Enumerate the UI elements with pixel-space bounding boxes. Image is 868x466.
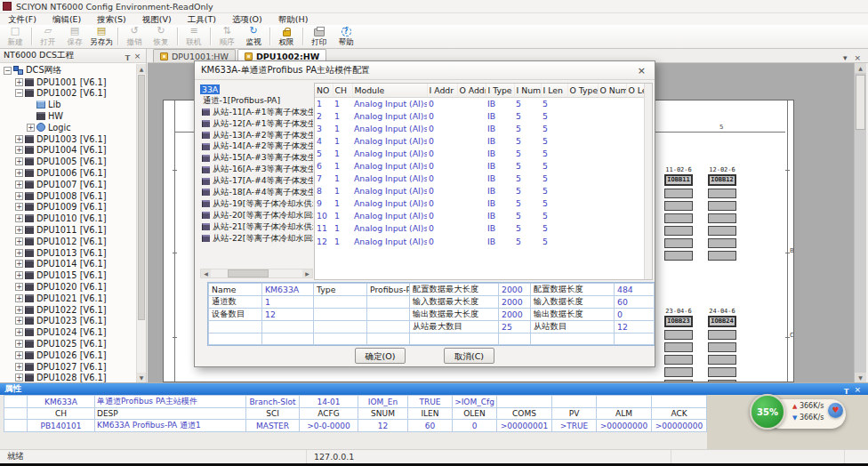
- tree-item-DPU1005[interactable]: +DPU1005 [V6.1]: [0, 156, 136, 167]
- close-panel-icon[interactable]: ×: [851, 385, 864, 394]
- scroll-right-icon[interactable]: ▶: [302, 269, 312, 277]
- dialog-tree-item[interactable]: 从站-16[A-#3等离子体发生器冷却: [200, 164, 313, 175]
- properties-row[interactable]: KM633A单通道Profibus PA主站模件Branch-Slot14-01…: [4, 396, 707, 408]
- expand-plus-icon[interactable]: +: [15, 146, 23, 154]
- tree-item-Logic[interactable]: +Logic: [0, 122, 136, 133]
- table-row[interactable]: 91Analog Input (AI)s...0IB55: [315, 197, 651, 210]
- table-row[interactable]: 121Analog Input (AI)s...0IB55: [315, 235, 651, 247]
- column-header[interactable]: O Num: [598, 84, 626, 97]
- menu-item-5[interactable]: 选项(O): [224, 13, 270, 25]
- expand-plus-icon[interactable]: +: [15, 374, 23, 382]
- tree-item-DPU1012[interactable]: +DPU1012 [V6.1]: [0, 236, 136, 247]
- expand-plus-icon[interactable]: +: [15, 340, 23, 348]
- tree-item-DPU1025[interactable]: +DPU1025 [V6.1]: [0, 338, 136, 350]
- menu-item-2[interactable]: 搜索(S): [89, 13, 133, 25]
- properties-row[interactable]: CHDESPSCIACFGSNUMILENOLENCOMSPVALMACK: [4, 408, 707, 420]
- table-row[interactable]: 111Analog Input (AI)s...0IB55: [315, 222, 651, 235]
- dialog-tree-item[interactable]: 从站-18[A-#4等离子体发生器冷却: [200, 187, 313, 198]
- tree-item-DPU1006[interactable]: +DPU1006 [V6.1]: [0, 167, 136, 179]
- tree-item-DPU1004[interactable]: +DPU1004 [V6.1]: [0, 145, 136, 157]
- tree-item-DPU1026[interactable]: +DPU1026 [V6.1]: [0, 350, 136, 361]
- menu-item-3[interactable]: 视图(V): [134, 13, 180, 25]
- table-row[interactable]: 71Analog Input (AI)s...0IB55: [315, 173, 651, 185]
- rack-module-iobb23[interactable]: IOBB23: [664, 316, 693, 327]
- column-header[interactable]: O Type: [567, 84, 598, 97]
- table-row[interactable]: 101Analog Input (AI)s...0IB55: [315, 210, 651, 222]
- heart-badge-icon[interactable]: ♥: [828, 403, 843, 418]
- expand-plus-icon[interactable]: +: [15, 237, 23, 245]
- scroll-down-icon[interactable]: ▼: [137, 373, 146, 382]
- rack-module-iobb24[interactable]: IOBB24: [708, 316, 736, 327]
- close-panel-icon[interactable]: ×: [133, 52, 142, 60]
- tree-item-DPU1015[interactable]: +DPU1015 [V6.1]: [0, 269, 136, 281]
- pin-icon[interactable]: ┰: [841, 385, 851, 394]
- tree-item-DCS网络[interactable]: −DCS网络: [0, 65, 136, 76]
- tree-item-DPU1013[interactable]: +DPU1013 [V6.1]: [0, 247, 136, 259]
- collapse-minus-icon[interactable]: −: [4, 67, 12, 75]
- expand-plus-icon[interactable]: +: [15, 157, 23, 165]
- expand-plus-icon[interactable]: +: [15, 169, 23, 177]
- column-header[interactable]: CH: [333, 84, 352, 97]
- expand-plus-icon[interactable]: +: [15, 283, 23, 291]
- menu-item-1[interactable]: 编辑(E): [44, 13, 89, 25]
- network-monitor-widget[interactable]: 35% ▲ 366K/s ▼ 366K/s ♥: [750, 394, 849, 431]
- expand-plus-icon[interactable]: +: [15, 306, 23, 314]
- expand-plus-icon[interactable]: +: [15, 271, 23, 279]
- tree-item-Lib[interactable]: Lib: [0, 99, 136, 110]
- 打印-button[interactable]: 打印: [306, 25, 333, 48]
- column-header[interactable]: NO: [315, 84, 333, 97]
- tree-item-DPU1003[interactable]: +DPU1003 [V6.1]: [0, 133, 136, 145]
- dialog-tree-item[interactable]: 从站-15[A-#3等离子体发生器冷却: [200, 152, 313, 164]
- table-row[interactable]: 41Analog Input (AI)s...0IB55: [315, 134, 651, 147]
- dialog-tree-item[interactable]: 从站-22[等离子体冷却水回水母管[: [200, 233, 313, 245]
- tree-item-DPU1011[interactable]: +DPU1011 [V6.1]: [0, 224, 136, 236]
- expand-plus-icon[interactable]: +: [15, 294, 23, 302]
- dialog-tree-hscrollbar[interactable]: ◀ ▶: [200, 269, 313, 278]
- column-header[interactable]: Module: [352, 84, 427, 97]
- table-row[interactable]: 31Analog Input (AI)s...0IB55: [315, 122, 651, 134]
- expand-plus-icon[interactable]: +: [15, 214, 23, 222]
- column-header[interactable]: O Addr: [457, 84, 486, 97]
- dialog-tree-item[interactable]: 33A: [200, 84, 313, 95]
- tree-item-HW[interactable]: HW: [0, 110, 136, 122]
- expand-plus-icon[interactable]: +: [15, 135, 23, 143]
- expand-plus-icon[interactable]: +: [15, 260, 23, 268]
- rack-module-iobb11[interactable]: IOBB11: [664, 174, 693, 186]
- tree-item-DPU1008[interactable]: +DPU1008 [V6.1]: [0, 190, 136, 202]
- dialog-tree-item[interactable]: 从站-20[等离子体冷却水回水母管: [200, 210, 313, 221]
- table-row[interactable]: 51Analog Input (AI)s...0IB55: [315, 147, 651, 159]
- tree-item-DPU1027[interactable]: +DPU1027 [V6.1]: [0, 361, 136, 373]
- dialog-tree-item[interactable]: 从站-17[A-#4等离子体发生器冷却: [200, 175, 313, 187]
- expand-plus-icon[interactable]: +: [15, 249, 23, 257]
- tree-item-DPU1028[interactable]: +DPU1028 [V6.1]: [0, 373, 136, 382]
- tab-list-chevron-icon[interactable]: ▾: [840, 53, 851, 62]
- collapse-minus-icon[interactable]: −: [15, 89, 23, 97]
- menu-item-4[interactable]: 工具(T): [180, 13, 224, 25]
- table-row[interactable]: 21Analog Input (AI)s...0IB55: [315, 109, 651, 122]
- 权限-button[interactable]: 权限: [273, 25, 300, 48]
- expand-plus-icon[interactable]: +: [15, 78, 23, 86]
- expand-plus-icon[interactable]: +: [27, 124, 35, 132]
- tree-item-DPU1009[interactable]: +DPU1009 [V6.1]: [0, 202, 136, 213]
- expand-plus-icon[interactable]: +: [15, 192, 23, 200]
- expand-plus-icon[interactable]: +: [15, 203, 23, 211]
- column-header[interactable]: I Type: [486, 84, 514, 97]
- ok-button[interactable]: 确定(O): [355, 348, 406, 364]
- close-document-icon[interactable]: ×: [850, 53, 864, 62]
- scroll-down-icon[interactable]: ▼: [855, 373, 866, 382]
- expand-plus-icon[interactable]: +: [15, 363, 23, 371]
- 另存为-button[interactable]: ▤另存为: [88, 25, 115, 48]
- tree-item-DPU1021[interactable]: +DPU1021 [V6.1]: [0, 293, 136, 304]
- expand-plus-icon[interactable]: +: [15, 317, 23, 325]
- canvas-scrollbar[interactable]: ▲ ▼: [854, 63, 866, 382]
- tree-item-DPU1020[interactable]: +DPU1020 [V6.1]: [0, 281, 136, 293]
- expand-plus-icon[interactable]: +: [15, 181, 23, 189]
- tree-item-DPU1023[interactable]: +DPU1023 [V6.1]: [0, 316, 136, 327]
- tree-item-DPU1001[interactable]: +DPU1001 [V6.1]: [0, 76, 136, 88]
- rack-module-iobb12[interactable]: IOBB12: [708, 174, 736, 186]
- dialog-tree-item[interactable]: 从站-11[A-#1等离子体发生器冷却: [200, 107, 313, 118]
- dialog-close-icon[interactable]: ×: [635, 65, 648, 76]
- cancel-button[interactable]: 取消(C): [444, 348, 494, 364]
- expand-plus-icon[interactable]: +: [15, 226, 23, 234]
- expand-plus-icon[interactable]: +: [15, 351, 23, 359]
